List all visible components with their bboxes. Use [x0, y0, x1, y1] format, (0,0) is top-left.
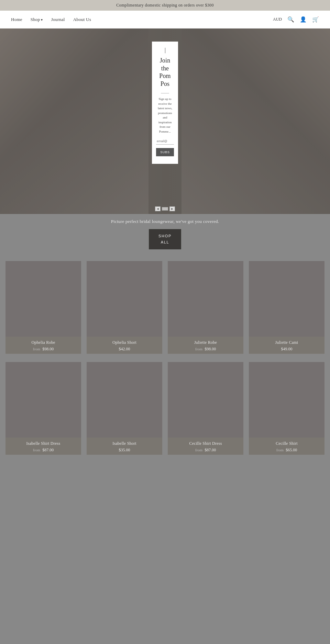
nav-shop[interactable]: Shop — [31, 17, 43, 22]
product-info: Juliette Cami $49.00 — [249, 337, 324, 354]
product-name: Juliette Robe — [169, 340, 242, 345]
hero-caption: Picture perfect bridal loungewear, we've… — [0, 214, 330, 253]
popup-divider — [161, 93, 169, 93]
product-price: from $87.00 — [7, 448, 80, 453]
nav-actions: AUD 🔍 👤 🛒 — [273, 16, 319, 23]
product-info: Isabelle Short $35.00 — [87, 438, 162, 455]
slider-prev-button[interactable]: ◄ — [155, 206, 161, 211]
product-card-juliette-cami[interactable]: Juliette Cami $49.00 — [249, 261, 324, 354]
product-info: Isabelle Shirt Dress from $87.00 — [6, 438, 81, 455]
product-image — [87, 261, 162, 337]
product-price: $49.00 — [250, 347, 323, 352]
popup-title: Join the Pom Pos — [159, 57, 171, 88]
product-info: Cecille Shirt from $65.00 — [249, 438, 324, 455]
nav-journal[interactable]: Journal — [51, 17, 65, 22]
product-card-isabelle-shirt-dress[interactable]: Isabelle Shirt Dress from $87.00 — [6, 362, 81, 455]
slider-next-button[interactable]: ► — [169, 206, 175, 211]
from-label: from — [195, 448, 202, 452]
nav-about[interactable]: About Us — [73, 17, 91, 22]
nav-home[interactable]: Home — [11, 17, 22, 22]
product-image — [6, 261, 81, 337]
product-info: Ophelia Short $42.00 — [87, 337, 162, 354]
shop-all-button[interactable]: SHOP ALL — [149, 229, 181, 249]
product-image — [6, 362, 81, 438]
product-name: Isabelle Short — [88, 441, 161, 446]
nav-links: Home Shop Journal About Us — [11, 17, 91, 22]
account-icon[interactable]: 👤 — [300, 16, 307, 23]
products-grid-row1: Ophelia Robe from $98.00 Ophelia Short $… — [6, 261, 324, 354]
from-label: from — [33, 448, 40, 452]
footer-area — [0, 463, 330, 594]
currency-selector[interactable]: AUD — [273, 17, 282, 22]
announcement-text: Complimentary domestic shipping on order… — [116, 3, 214, 8]
product-price: from $65.00 — [250, 448, 323, 453]
product-card-ophelia-short[interactable]: Ophelia Short $42.00 — [87, 261, 162, 354]
slider-indicator — [162, 207, 168, 211]
product-card-cecille-shirt-dress[interactable]: Cecille Shirt Dress from $87.00 — [168, 362, 243, 455]
hero-caption-text: Picture perfect bridal loungewear, we've… — [0, 219, 330, 224]
price-value: $35.00 — [119, 448, 130, 452]
product-image — [87, 362, 162, 438]
popup-submit-button[interactable]: SUBS — [156, 148, 174, 156]
popup-top-divider — [165, 48, 165, 53]
price-value: $87.00 — [205, 448, 216, 452]
product-name: Juliette Cami — [250, 340, 323, 345]
email-popup: Join the Pom Pos Sign up to receive the … — [152, 42, 178, 164]
product-image — [168, 261, 243, 337]
price-value: $65.00 — [286, 448, 297, 452]
product-card-juliette-robe[interactable]: Juliette Robe from $98.00 — [168, 261, 243, 354]
email-input[interactable] — [156, 138, 174, 145]
from-label: from — [33, 347, 40, 351]
product-card-ophelia-robe[interactable]: Ophelia Robe from $98.00 — [6, 261, 81, 354]
product-card-cecille-shirt[interactable]: Cecille Shirt from $65.00 — [249, 362, 324, 455]
products-section: Ophelia Robe from $98.00 Ophelia Short $… — [0, 253, 330, 455]
hero-section: Join the Pom Pos Sign up to receive the … — [0, 29, 330, 214]
product-image — [249, 362, 324, 438]
slider-navigation: ◄ ► — [155, 206, 175, 211]
product-price: $35.00 — [88, 448, 161, 453]
product-name: Isabelle Shirt Dress — [7, 441, 80, 446]
product-name: Cecille Shirt Dress — [169, 441, 242, 446]
product-image — [249, 261, 324, 337]
search-icon[interactable]: 🔍 — [287, 16, 294, 23]
price-value: $87.00 — [42, 448, 54, 452]
navigation: Home Shop Journal About Us AUD 🔍 👤 🛒 — [0, 11, 330, 29]
price-value: $98.00 — [42, 347, 54, 351]
announcement-bar: Complimentary domestic shipping on order… — [0, 0, 330, 11]
product-price: $42.00 — [88, 347, 161, 352]
product-name: Cecille Shirt — [250, 441, 323, 446]
cart-icon[interactable]: 🛒 — [312, 16, 319, 23]
product-price: from $87.00 — [169, 448, 242, 453]
from-label: from — [276, 448, 284, 452]
product-info: Ophelia Robe from $98.00 — [6, 337, 81, 354]
product-card-isabelle-short[interactable]: Isabelle Short $35.00 — [87, 362, 162, 455]
product-info: Juliette Robe from $98.00 — [168, 337, 243, 354]
from-label: from — [195, 347, 202, 351]
price-value: $98.00 — [205, 347, 216, 351]
price-value: $49.00 — [281, 347, 293, 351]
product-price: from $98.00 — [169, 347, 242, 352]
popup-body-text: Sign up to receive the latest news, prom… — [156, 97, 174, 134]
product-image — [168, 362, 243, 438]
product-price: from $98.00 — [7, 347, 80, 352]
product-info: Cecille Shirt Dress from $87.00 — [168, 438, 243, 455]
products-grid-row2: Isabelle Shirt Dress from $87.00 Isabell… — [6, 362, 324, 455]
price-value: $42.00 — [119, 347, 130, 351]
product-name: Ophelia Robe — [7, 340, 80, 345]
product-name: Ophelia Short — [88, 340, 161, 345]
